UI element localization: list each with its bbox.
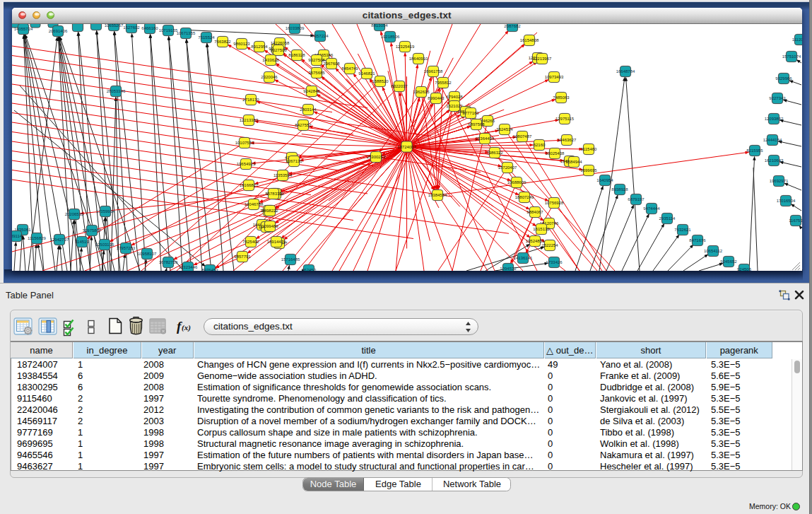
svg-text:12323446: 12323446 [179,265,198,269]
svg-text:18807249: 18807249 [515,195,534,199]
svg-text:9474444: 9474444 [643,206,660,211]
svg-text:10025438: 10025438 [546,151,565,156]
svg-text:18724007: 18724007 [397,145,416,149]
svg-text:12503135: 12503135 [95,243,114,247]
svg-text:19463627: 19463627 [558,138,577,142]
svg-text:8990443: 8990443 [428,96,445,100]
svg-text:2320046: 2320046 [261,75,278,79]
svg-text:8322037: 8322037 [391,84,408,88]
svg-text:8813054: 8813054 [371,24,388,28]
svg-text:1588520: 1588520 [372,79,389,83]
svg-text:6897568: 6897568 [468,122,485,127]
svg-text:18640910: 18640910 [409,57,428,61]
svg-text:10756928: 10756928 [545,201,564,205]
svg-text:8578330: 8578330 [265,192,282,196]
svg-text:2803144: 2803144 [300,107,317,112]
svg-text:3624534: 3624534 [496,127,513,132]
svg-text:17359934: 17359934 [96,209,115,214]
svg-text:9242848: 9242848 [303,89,320,93]
svg-text:924506: 924506 [737,267,752,271]
svg-text:16154808: 16154808 [520,38,539,42]
svg-text:12325419: 12325419 [396,45,415,49]
svg-text:1433628: 1433628 [262,58,279,62]
svg-text:3498222: 3498222 [261,209,278,213]
svg-text:1362615: 1362615 [413,90,430,94]
svg-text:8912954: 8912954 [251,45,268,49]
svg-text:12444154: 12444154 [763,138,782,142]
svg-text:1527602: 1527602 [123,25,140,30]
svg-text:8976453: 8976453 [201,268,218,271]
svg-text:19692971: 19692971 [770,179,789,183]
svg-text:15720407: 15720407 [498,165,517,170]
svg-text:16648784: 16648784 [616,69,635,74]
svg-text:9227343: 9227343 [769,96,786,100]
svg-text:2087682: 2087682 [504,24,521,28]
svg-text:12213967: 12213967 [533,57,552,61]
svg-text:12942737: 12942737 [50,238,69,242]
svg-text:7485063: 7485063 [553,95,570,100]
svg-text:9860123: 9860123 [233,42,250,46]
svg-text:8215955: 8215955 [746,148,763,153]
svg-text:3675685: 3675685 [308,71,325,75]
svg-text:3267130: 3267130 [286,159,302,163]
svg-text:8186328: 8186328 [288,53,305,57]
svg-text:1099489: 1099489 [261,224,278,228]
svg-text:6466160: 6466160 [141,26,158,30]
svg-text:9245652: 9245652 [720,259,737,264]
svg-text:9857791: 9857791 [234,255,251,259]
svg-text:11353594: 11353594 [273,173,293,177]
svg-text:25300213: 25300213 [367,155,386,159]
svg-text:9884067: 9884067 [526,210,543,214]
svg-text:114519: 114519 [75,240,89,244]
svg-text:8938928: 8938928 [611,187,628,192]
svg-text:7632621: 7632621 [674,228,691,232]
svg-text:16210643: 16210643 [765,158,784,163]
svg-text:10973493: 10973493 [545,75,564,79]
svg-text:11156829: 11156829 [28,236,46,240]
svg-text:7986322: 7986322 [486,151,503,155]
svg-text:30975867: 30975867 [83,228,102,233]
svg-text:17016504: 17016504 [777,199,796,203]
svg-text:7357224: 7357224 [312,34,329,38]
svg-text:62160: 62160 [534,143,546,147]
svg-text:16782759: 16782759 [159,260,178,264]
svg-text:28053346: 28053346 [107,89,126,93]
svg-text:10688609: 10688609 [507,180,526,185]
svg-text:962450: 962450 [302,268,317,271]
svg-text:2718170: 2718170 [242,98,259,102]
svg-text:7663822: 7663822 [214,40,231,44]
svg-text:7625402: 7625402 [242,240,259,244]
svg-text:1094532: 1094532 [500,267,517,271]
svg-text:6794028: 6794028 [446,95,463,99]
svg-text:16914479: 16914479 [267,240,286,244]
svg-text:(x): (x) [182,323,191,332]
svg-text:16961758: 16961758 [424,69,443,74]
svg-text:1733426: 1733426 [546,260,563,264]
svg-text:16033809: 16033809 [286,26,305,30]
svg-text:39114: 39114 [12,234,23,238]
svg-text:1615132: 1615132 [533,227,550,231]
svg-text:10807487: 10807487 [513,134,532,139]
svg-text:9146821: 9146821 [358,71,375,76]
svg-text:10719155: 10719155 [159,28,178,33]
svg-text:14055724: 14055724 [14,27,33,31]
svg-text:1112074: 1112074 [792,37,802,42]
svg-text:20206535: 20206535 [65,212,84,216]
svg-text:10107553: 10107553 [235,141,254,145]
svg-text:19218506: 19218506 [381,35,400,39]
svg-text:14136141: 14136141 [514,256,533,260]
svg-text:8427552: 8427552 [295,123,312,127]
svg-text:116753: 116753 [789,218,801,223]
svg-text:15716485: 15716485 [281,257,300,262]
svg-text:7515524: 7515524 [198,35,215,40]
svg-text:19166827: 19166827 [240,183,259,187]
svg-text:10958107: 10958107 [138,252,157,256]
svg-text:21364436: 21364436 [476,136,495,141]
svg-text:15751074: 15751074 [782,54,801,59]
svg-text:20691406: 20691406 [49,29,68,33]
svg-text:8454749: 8454749 [341,66,358,71]
svg-text:12213363: 12213363 [240,118,259,122]
svg-text:2522254: 2522254 [541,243,558,247]
svg-text:2967608: 2967608 [323,62,340,66]
svg-text:9115460: 9115460 [581,147,598,151]
